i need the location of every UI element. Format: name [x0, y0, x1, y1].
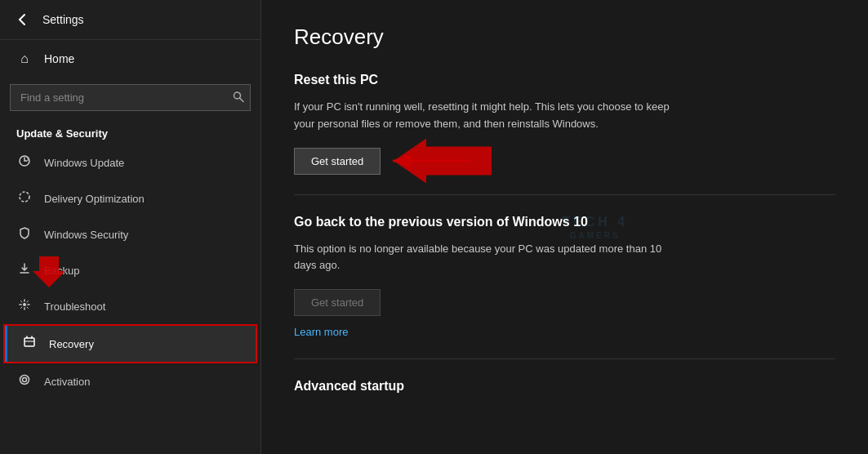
arrow-right-big [385, 139, 500, 184]
activation-icon [16, 373, 33, 389]
home-label: Home [44, 52, 74, 65]
section-label: Update & Security [0, 121, 260, 145]
troubleshoot-label: Troubleshoot [44, 300, 105, 313]
sidebar-item-windows-update[interactable]: Windows Update [0, 145, 260, 180]
svg-line-1 [240, 98, 244, 102]
go-back-description: This option is no longer available becau… [294, 241, 670, 275]
divider-1 [294, 194, 835, 195]
svg-point-8 [23, 378, 27, 382]
sidebar: Settings ⌂ Home Update & Security Window… [0, 0, 261, 454]
advanced-startup-heading: Advanced startup [294, 379, 835, 394]
divider-2 [294, 358, 835, 359]
reset-description: If your PC isn't running well, resetting… [294, 99, 670, 133]
advanced-startup-section: Advanced startup [294, 379, 835, 394]
activation-label: Activation [44, 376, 90, 388]
back-button[interactable] [13, 10, 33, 29]
svg-rect-6 [24, 338, 34, 346]
app-title: Settings [42, 13, 84, 26]
main-content: Recovery Reset this PC If your PC isn't … [261, 0, 868, 454]
sidebar-item-troubleshoot[interactable]: Troubleshoot [0, 288, 260, 324]
sidebar-item-windows-security[interactable]: Windows Security [0, 216, 260, 252]
search-box [10, 84, 251, 111]
svg-point-7 [20, 376, 29, 385]
recovery-label: Recovery [49, 338, 94, 350]
page-title: Recovery [294, 24, 835, 50]
security-icon [16, 226, 33, 243]
troubleshoot-icon [16, 298, 33, 314]
delivery-icon [16, 190, 33, 207]
windows-security-label: Windows Security [44, 229, 128, 241]
svg-marker-11 [394, 139, 492, 184]
backup-icon [16, 262, 33, 278]
go-back-get-started-button: Get started [294, 289, 381, 316]
go-back-heading: Go back to the previous version of Windo… [294, 215, 835, 229]
svg-point-3 [20, 192, 29, 202]
sidebar-item-activation[interactable]: Activation [0, 363, 260, 399]
reset-get-started-button[interactable]: Get started [294, 148, 381, 175]
update-icon [16, 154, 33, 171]
home-icon: ⌂ [16, 51, 33, 66]
svg-point-5 [23, 303, 26, 306]
sidebar-item-recovery[interactable]: Recovery [3, 324, 257, 363]
go-back-section: Go back to the previous version of Windo… [294, 215, 835, 340]
reset-heading: Reset this PC [294, 73, 835, 87]
right-arrow-annotation [381, 140, 479, 181]
sidebar-item-delivery-optimization[interactable]: Delivery Optimization [0, 180, 260, 216]
search-icon-button[interactable] [233, 91, 244, 105]
reset-section: Reset this PC If your PC isn't running w… [294, 73, 835, 175]
learn-more-link[interactable]: Learn more [294, 326, 348, 338]
home-item[interactable]: ⌂ Home [0, 40, 260, 78]
sidebar-item-backup[interactable]: Backup [0, 252, 260, 288]
windows-update-label: Windows Update [44, 157, 124, 169]
recovery-icon [21, 336, 38, 352]
search-input[interactable] [10, 84, 251, 111]
get-started-container: Get started [294, 148, 381, 175]
backup-label: Backup [44, 265, 79, 277]
sidebar-header: Settings [0, 0, 260, 40]
delivery-optimization-label: Delivery Optimization [44, 193, 145, 205]
